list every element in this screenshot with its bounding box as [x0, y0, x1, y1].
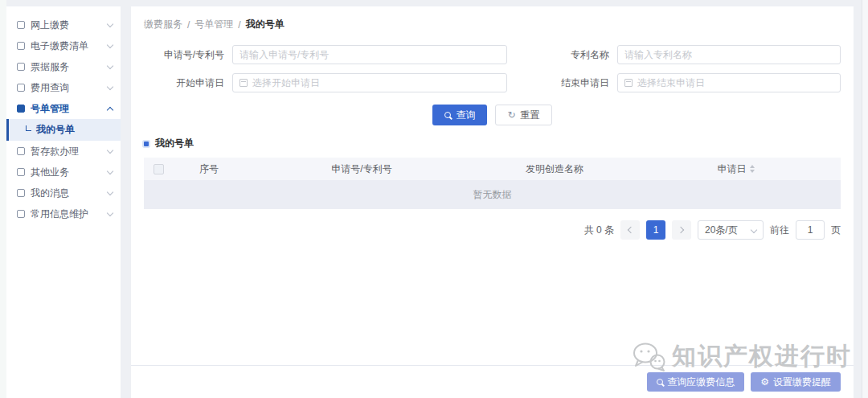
section-title: 我的号单	[155, 137, 194, 150]
breadcrumb-item-bill-management[interactable]: 号单管理	[194, 18, 233, 31]
query-button[interactable]: 查询	[432, 105, 487, 125]
chevron-right-icon	[678, 227, 684, 233]
search-icon	[444, 112, 451, 118]
goto-label: 前往	[770, 224, 789, 237]
prev-page-button[interactable]	[620, 220, 640, 240]
gear-icon: ⚙	[760, 377, 769, 387]
other-business-icon	[17, 168, 25, 176]
page-size-select[interactable]: 20条/页	[698, 220, 764, 240]
right-scrollbar-gutter[interactable]	[862, 0, 868, 398]
common-info-icon	[17, 210, 25, 218]
breadcrumb: 缴费服务 / 号单管理 / 我的号单	[131, 6, 854, 31]
my-messages-icon	[17, 189, 25, 197]
chevron-down-icon	[107, 21, 113, 27]
goto-page-input[interactable]	[796, 220, 825, 240]
select-all-checkbox[interactable]	[154, 164, 164, 174]
footer-divider	[131, 365, 854, 366]
sidebar-item-other-business[interactable]: 其他业务	[6, 162, 121, 183]
column-header-application-date[interactable]: 申请日	[631, 162, 841, 176]
sidebar-item-my-bills[interactable]: 我的号单	[6, 119, 121, 141]
chevron-left-icon	[628, 227, 634, 233]
sidebar-item-my-messages[interactable]: 我的消息	[6, 183, 121, 203]
footer-actions: 查询应缴费信息 ⚙ 设置缴费提醒	[647, 372, 841, 392]
chevron-down-icon	[107, 189, 113, 195]
chevron-down-icon	[107, 63, 113, 69]
next-page-button[interactable]	[672, 220, 691, 240]
page-unit-label: 页	[831, 224, 841, 237]
table-header-row: 序号 申请号/专利号 发明创造名称 申请日	[144, 158, 841, 180]
query-due-fees-button[interactable]: 查询应缴费信息	[647, 372, 744, 392]
chevron-up-icon	[107, 106, 113, 113]
breadcrumb-item-my-bills: 我的号单	[246, 18, 285, 31]
sidebar-item-bill-management[interactable]: 号单管理	[6, 98, 121, 119]
sort-icon[interactable]	[750, 165, 755, 173]
chevron-down-icon	[107, 147, 113, 154]
application-number-label: 申请号/专利号	[144, 48, 232, 62]
search-form: 申请号/专利号 专利名称 开始申请日 选择开始申请日 结束申请日 选择结束	[131, 45, 854, 125]
deposit-handling-icon	[17, 147, 25, 155]
sidebar-item-e-payment-list[interactable]: 电子缴费清单	[6, 35, 121, 56]
main-panel: 缴费服务 / 号单管理 / 我的号单 申请号/专利号 专利名称 开始申请日 选择…	[131, 6, 854, 398]
chevron-down-icon	[107, 168, 113, 174]
bill-management-icon	[17, 105, 25, 113]
calendar-icon	[240, 79, 248, 87]
chevron-down-icon	[751, 226, 757, 232]
end-date-input[interactable]: 选择结束申请日	[617, 73, 841, 92]
current-page-button[interactable]: 1	[646, 220, 665, 240]
sidebar-item-online-payment[interactable]: 网上缴费	[6, 14, 121, 35]
application-number-input[interactable]	[232, 45, 507, 64]
chevron-down-icon	[107, 210, 113, 216]
column-header-index: 序号	[173, 162, 245, 176]
tree-branch-icon	[26, 125, 31, 131]
search-icon	[657, 379, 663, 385]
patent-name-input[interactable]	[617, 45, 841, 64]
column-header-application-number: 申请号/专利号	[245, 162, 478, 176]
start-date-placeholder: 选择开始申请日	[252, 76, 320, 90]
online-payment-icon	[17, 21, 25, 29]
e-payment-list-icon	[17, 42, 25, 50]
breadcrumb-item-payment-service[interactable]: 缴费服务	[144, 18, 182, 31]
column-header-invention-name: 发明创造名称	[478, 162, 631, 176]
sidebar-item-common-info-maintenance[interactable]: 常用信息维护	[6, 203, 121, 224]
patent-name-label: 专利名称	[557, 48, 617, 62]
end-date-label: 结束申请日	[557, 76, 617, 90]
start-date-label: 开始申请日	[144, 76, 232, 90]
start-date-input[interactable]: 选择开始申请日	[232, 73, 507, 92]
table-empty-state: 暂无数据	[144, 180, 841, 209]
sidebar: 网上缴费 电子缴费清单 票据服务 费用查询 号单管理 我的号单 暂存款办理 其他…	[6, 6, 121, 398]
pagination: 共 0 条 1 20条/页 前往 页	[144, 220, 841, 240]
chevron-down-icon	[107, 42, 113, 48]
fee-inquiry-icon	[17, 84, 25, 92]
my-bills-table: 序号 申请号/专利号 发明创造名称 申请日 暂无数据	[144, 158, 841, 209]
section-title-row: 我的号单	[144, 137, 841, 150]
section-bullet-icon	[144, 142, 149, 146]
calendar-icon	[624, 79, 633, 87]
sidebar-item-fee-inquiry[interactable]: 费用查询	[6, 77, 121, 98]
left-page-gutter	[0, 0, 6, 398]
refresh-icon: ↻	[507, 110, 515, 120]
breadcrumb-separator: /	[238, 19, 240, 31]
receipt-service-icon	[17, 63, 25, 71]
pagination-total: 共 0 条	[584, 224, 614, 237]
sidebar-item-receipt-service[interactable]: 票据服务	[6, 56, 121, 77]
set-payment-reminder-button[interactable]: ⚙ 设置缴费提醒	[751, 372, 841, 392]
end-date-placeholder: 选择结束申请日	[637, 76, 705, 90]
sidebar-item-deposit-handling[interactable]: 暂存款办理	[6, 141, 121, 162]
breadcrumb-separator: /	[187, 19, 190, 31]
chevron-down-icon	[107, 84, 113, 90]
reset-button[interactable]: ↻ 重置	[495, 105, 551, 125]
